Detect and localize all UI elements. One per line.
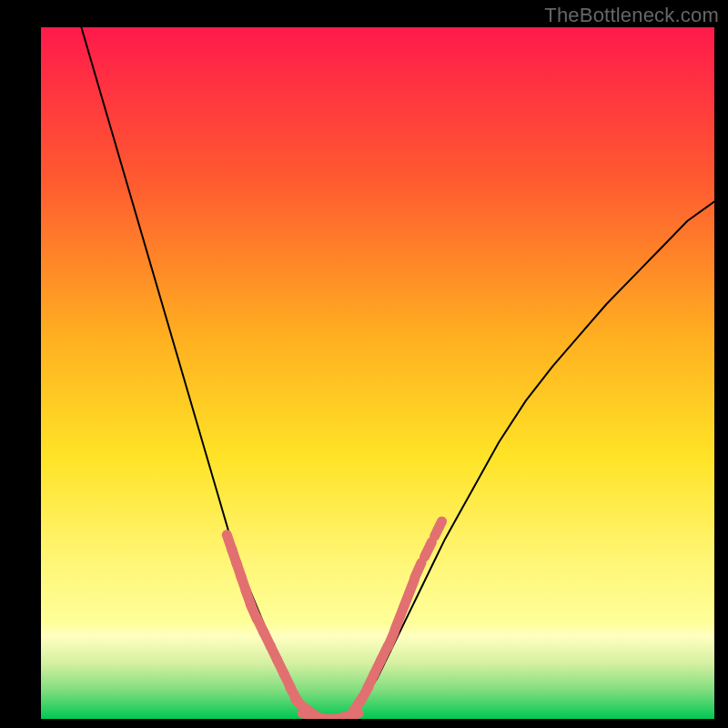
marker-highlight-dots-right — [425, 542, 432, 557]
chart-svg — [41, 27, 714, 719]
marker-highlight-dots-right — [415, 562, 421, 577]
chart-frame: TheBottleneck.com — [0, 0, 728, 728]
gradient-background — [41, 27, 714, 719]
plot-area — [41, 27, 714, 719]
marker-highlight-dots-right — [435, 521, 442, 536]
watermark-text: TheBottleneck.com — [544, 4, 719, 27]
